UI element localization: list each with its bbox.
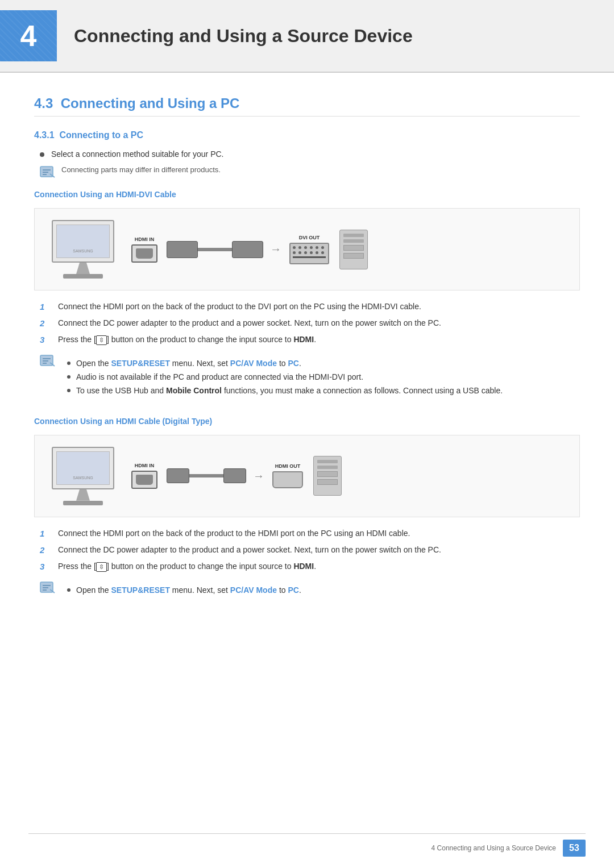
note-block-1: Connecting parts may differ in different… bbox=[34, 165, 580, 178]
sub-bullet-dot-3-1 bbox=[67, 588, 70, 592]
monitor-screen: SAMSUNG bbox=[52, 220, 114, 263]
sub-bullet-3-1: Open the SETUP&RESET menu. Next, set PC/… bbox=[67, 585, 301, 595]
numbered-list-1: 1 Connect the HDMI port on the back of t… bbox=[34, 302, 580, 345]
arrow-right-1: → bbox=[270, 243, 281, 256]
monitor-screen-2: SAMSUNG bbox=[52, 447, 114, 489]
hdmi-in-port-2 bbox=[131, 471, 157, 489]
monitor-base bbox=[63, 274, 103, 279]
monitor-stand-2 bbox=[74, 489, 92, 501]
hdmi-out-port bbox=[272, 471, 303, 488]
diagram-hdmi-dvi: SAMSUNG HDMI IN → bbox=[34, 208, 580, 290]
hdmi-in-port bbox=[131, 244, 157, 263]
step-1-2: 2 Connect the DC power adapter to the pr… bbox=[40, 318, 580, 328]
bullet-item-1: Select a connection method suitable for … bbox=[34, 149, 580, 159]
note-icon-3 bbox=[40, 582, 56, 594]
note-icon bbox=[40, 166, 56, 178]
sub-bullet-2: Audio is not available if the PC and pro… bbox=[67, 372, 503, 381]
hdmi-in-label: HDMI IN bbox=[135, 236, 155, 242]
step-2-1: 1 Connect the HDMI port on the back of t… bbox=[40, 529, 580, 538]
main-content: 4.3 Connecting and Using a PC 4.3.1 Conn… bbox=[0, 95, 614, 650]
hdmi-in-port-block-2: HDMI IN bbox=[131, 463, 157, 489]
subsection-title: 4.3.1 Connecting to a PC bbox=[34, 130, 580, 140]
monitor-brand: SAMSUNG bbox=[73, 249, 93, 253]
dvi-out-label: DVI OUT bbox=[299, 235, 320, 240]
monitor-brand-2: SAMSUNG bbox=[73, 476, 93, 480]
monitor-base-2 bbox=[63, 501, 103, 505]
section-title: 4.3 Connecting and Using a PC bbox=[34, 95, 580, 117]
step-2-3: 3 Press the [⇳] button on the product to… bbox=[40, 562, 580, 572]
sub-bullet-1: Open the SETUP&RESET menu. Next, set PC/… bbox=[67, 359, 503, 368]
sub-bullet-dot-2 bbox=[67, 375, 70, 379]
monitor-illustration-2: SAMSUNG bbox=[52, 447, 114, 505]
sub-bullet-3: To use the USB Hub and Mobile Control fu… bbox=[67, 386, 503, 395]
note-icon-2 bbox=[40, 355, 56, 367]
monitor-stand bbox=[74, 263, 92, 274]
step-2-2: 2 Connect the DC power adapter to the pr… bbox=[40, 545, 580, 555]
page-title: Connecting and Using a Source Device bbox=[74, 26, 413, 47]
hdmi-out-port-block: HDMI OUT bbox=[272, 463, 303, 488]
dvi-out-port-block: DVI OUT bbox=[289, 235, 329, 264]
numbered-list-2: 1 Connect the HDMI port on the back of t… bbox=[34, 529, 580, 572]
cable-left bbox=[167, 241, 263, 258]
page-header: 4 Connecting and Using a Source Device bbox=[0, 0, 614, 73]
arrow-right-2: → bbox=[253, 470, 264, 483]
sub-bullet-dot bbox=[67, 362, 70, 365]
cable-left-2 bbox=[167, 468, 246, 483]
hdmi-in-label-2: HDMI IN bbox=[135, 463, 155, 468]
sub-bullet-dot-3 bbox=[67, 389, 70, 392]
hdmi-out-label: HDMI OUT bbox=[275, 463, 301, 469]
connection1-heading: Connection Using an HDMI-DVI Cable bbox=[34, 190, 580, 199]
hdmi-in-port-block: HDMI IN bbox=[131, 236, 157, 263]
section-4-3: 4.3 Connecting and Using a PC 4.3.1 Conn… bbox=[34, 95, 580, 599]
step-1-1: 1 Connect the HDMI port on the back of t… bbox=[40, 302, 580, 312]
pc-tower-2 bbox=[313, 456, 342, 496]
step-1-3: 3 Press the [⇳] button on the product to… bbox=[40, 335, 580, 345]
note-block-2: Open the SETUP&RESET menu. Next, set PC/… bbox=[34, 354, 580, 400]
sub-note-block-1: Open the SETUP&RESET menu. Next, set PC/… bbox=[61, 359, 503, 400]
connection2-heading: Connection Using an HDMI Cable (Digital … bbox=[34, 417, 580, 426]
footer-text: 4 Connecting and Using a Source Device bbox=[432, 844, 556, 852]
monitor-illustration: SAMSUNG bbox=[52, 220, 114, 279]
bullet-dot bbox=[40, 152, 44, 157]
page-number: 53 bbox=[563, 840, 586, 857]
sub-note-block-3: Open the SETUP&RESET menu. Next, set PC/… bbox=[61, 585, 301, 599]
diagram-hdmi-digital: SAMSUNG HDMI IN → bbox=[34, 435, 580, 517]
page-footer: 4 Connecting and Using a Source Device 5… bbox=[28, 833, 586, 857]
pc-tower-1 bbox=[339, 230, 368, 269]
note-block-3: Open the SETUP&RESET menu. Next, set PC/… bbox=[34, 581, 580, 599]
dvi-out-port bbox=[289, 243, 329, 264]
chapter-number: 4 bbox=[0, 10, 57, 61]
